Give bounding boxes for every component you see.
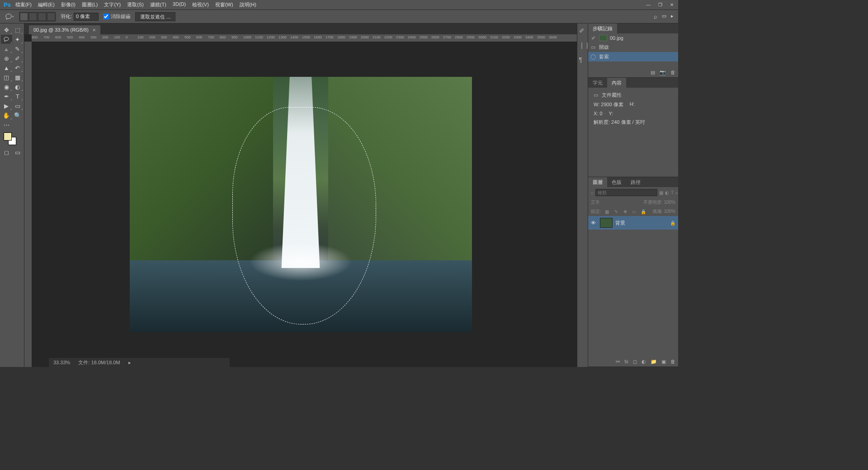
marquee-tool[interactable]: ⬚	[12, 25, 24, 34]
type-tool[interactable]: T	[12, 92, 24, 101]
tab-channels[interactable]: 色版	[607, 177, 626, 187]
new-group-icon[interactable]: 📁	[651, 359, 657, 365]
antialias-input[interactable]	[103, 14, 109, 19]
brush-tool[interactable]: ✐	[12, 54, 24, 63]
layer-fx-icon[interactable]: fx	[624, 359, 628, 364]
filter-shape-icon[interactable]: ▭	[675, 190, 678, 195]
eyedropper-tool[interactable]: ✎	[12, 44, 24, 53]
add-mask-icon[interactable]: ◻	[633, 359, 637, 365]
zoom-level[interactable]: 33.33%	[53, 360, 70, 365]
foreground-color[interactable]	[4, 132, 12, 141]
selection-add[interactable]	[29, 13, 37, 21]
menu-help[interactable]: 說明(H)	[240, 1, 256, 8]
zoom-tool[interactable]: 🔍	[12, 111, 24, 120]
tab-layers[interactable]: 圖層	[588, 177, 607, 187]
color-swatches[interactable]	[4, 132, 23, 146]
dock-char-icon[interactable]: ❘❘	[579, 42, 586, 49]
tab-paths[interactable]: 路徑	[626, 177, 645, 187]
canvas-image[interactable]	[130, 77, 472, 332]
close-button[interactable]: ✕	[669, 2, 675, 8]
feather-input[interactable]	[74, 13, 99, 21]
filter-adjust-icon[interactable]: ◐	[665, 190, 669, 195]
layer-name[interactable]: 背景	[615, 220, 667, 226]
menu-view[interactable]: 檢視(V)	[192, 1, 209, 8]
history-step-lasso[interactable]: ◯ 套索	[588, 52, 678, 61]
lock-all-icon[interactable]: 🔒	[640, 209, 646, 214]
layer-filter-input[interactable]	[595, 189, 657, 196]
pen-tool[interactable]: ✒	[1, 92, 12, 101]
history-snapshot-icon[interactable]: 📷	[660, 70, 666, 75]
canvas-viewport[interactable]	[24, 42, 577, 367]
filter-pixel-icon[interactable]: ▦	[659, 190, 663, 195]
menu-filter[interactable]: 濾鏡(T)	[150, 1, 166, 8]
tab-history[interactable]: 步驟記錄	[588, 24, 617, 33]
history-newdoc-icon[interactable]: ▤	[651, 70, 655, 75]
tab-character[interactable]: 字元	[588, 78, 607, 88]
delete-layer-icon[interactable]: 🗑	[670, 359, 675, 364]
panels: 步驟記錄 ✐ 00.jpg ▭ 開啟 ◯ 套索 ▤ 📷 �	[588, 24, 678, 367]
lock-position2-icon[interactable]: ✥	[622, 209, 628, 214]
crop-tool[interactable]: ⟁	[1, 44, 12, 53]
ruler-horizontal[interactable]: 8007006005004003002001000100200300400500…	[32, 34, 577, 42]
menu-3d[interactable]: 3D(D)	[173, 1, 186, 8]
selection-subtract[interactable]	[38, 13, 46, 21]
dock-brush-icon[interactable]: ✐	[579, 27, 586, 34]
selection-new[interactable]	[20, 13, 28, 21]
link-layers-icon[interactable]: ⚯	[616, 359, 620, 365]
dock-paragraph-icon[interactable]: ¶	[579, 56, 586, 63]
filter-type-icon[interactable]: T	[671, 190, 674, 195]
antialias-checkbox[interactable]: 消除鋸齒	[103, 13, 131, 20]
history-snapshot[interactable]: ✐ 00.jpg	[588, 33, 678, 42]
history-brush-tool[interactable]: ↶	[12, 63, 24, 72]
menu-layer[interactable]: 圖層(L)	[82, 1, 98, 8]
search-icon[interactable]: ⌕	[654, 13, 657, 20]
select-and-mask-button[interactable]: 選取並遮住 ...	[135, 12, 175, 21]
eraser-tool[interactable]: ◫	[1, 73, 12, 82]
document-tab[interactable]: 00.jpg @ 33.3% (RGB/8) ✕	[29, 25, 100, 34]
menu-file[interactable]: 檔案(F)	[15, 1, 32, 8]
menu-window[interactable]: 視窗(W)	[215, 1, 233, 8]
menu-image[interactable]: 影像(I)	[61, 1, 75, 8]
document-info[interactable]: 文件: 18.0M/18.0M	[78, 359, 120, 366]
gradient-tool[interactable]: ▦	[12, 73, 24, 82]
tab-properties[interactable]: 內容	[607, 78, 626, 88]
panel-menu-icon[interactable]: ▸	[671, 13, 674, 20]
visibility-toggle[interactable]: 👁	[591, 220, 597, 226]
selection-intersect[interactable]	[47, 13, 55, 21]
move-tool[interactable]: ✥	[1, 25, 12, 34]
menu-select[interactable]: 選取(S)	[127, 1, 144, 8]
path-select-tool[interactable]: ▶	[1, 101, 12, 110]
lasso-tool[interactable]	[1, 35, 12, 44]
layer-row-background[interactable]: 👁 背景 🔒	[588, 216, 678, 230]
layer-filter-bar: ⌕ ▦ ◐ T ▭ ◈	[588, 187, 678, 198]
status-arrow-icon[interactable]: ▸	[128, 360, 131, 366]
lasso-tool-indicator[interactable]: ▾	[5, 12, 14, 21]
new-layer-icon[interactable]: ▣	[661, 359, 666, 365]
lock-pixels-icon[interactable]: ▦	[604, 209, 610, 214]
history-step-open[interactable]: ▭ 開啟	[588, 42, 678, 52]
magic-wand-tool[interactable]: ✦	[12, 35, 24, 44]
open-icon: ▭	[590, 44, 596, 51]
blur-tool[interactable]: ◉	[1, 82, 12, 91]
blend-mode-select[interactable]: 正常	[591, 199, 600, 206]
new-adjustment-icon[interactable]: ◐	[642, 359, 646, 365]
minimize-button[interactable]: —	[646, 2, 651, 8]
hand-tool[interactable]: ✋	[1, 111, 12, 120]
screenmode-toggle[interactable]: ▭	[12, 148, 24, 157]
history-trash-icon[interactable]: 🗑	[670, 70, 675, 75]
stamp-tool[interactable]: ▲	[1, 63, 12, 72]
healing-tool[interactable]: ⊕	[1, 54, 12, 63]
tab-close-icon[interactable]: ✕	[92, 28, 96, 33]
shape-tool[interactable]: ▭	[12, 101, 24, 110]
quickmask-toggle[interactable]: ◻	[1, 148, 12, 157]
lock-artboard-icon[interactable]: ▭	[631, 209, 637, 214]
maximize-button[interactable]: ❐	[657, 2, 663, 8]
menu-type[interactable]: 文字(Y)	[104, 1, 121, 8]
lock-position-icon[interactable]: ✎	[613, 209, 619, 214]
lock-icon[interactable]: 🔒	[670, 221, 675, 226]
edit-toolbar[interactable]: ⋯	[1, 120, 12, 129]
menu-edit[interactable]: 編輯(E)	[38, 1, 55, 8]
workspace-icon[interactable]: ▭	[662, 13, 666, 20]
layer-thumbnail[interactable]	[600, 218, 613, 228]
dodge-tool[interactable]: ◐	[12, 82, 24, 91]
